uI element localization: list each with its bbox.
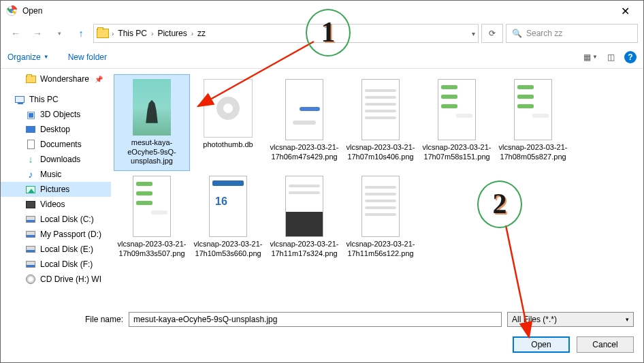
file-label: vlcsnap-2023-03-21-17h09m33s507.png	[116, 240, 188, 259]
new-folder-button[interactable]: New folder	[68, 52, 107, 62]
toolbar: Organize ▼ New folder ▦ ▼ ◫ ?	[1, 46, 643, 69]
file-item[interactable]: vlcsnap-2023-03-21-17h06m47s429.png	[266, 74, 342, 171]
filename-input[interactable]	[129, 312, 502, 327]
cancel-button[interactable]: Cancel	[577, 336, 634, 353]
file-label: mesut-kaya-eOcyhe5-9sQ-unsplash.jpg	[116, 138, 188, 166]
file-label: vlcsnap-2023-03-21-17h11m56s122.png	[344, 240, 417, 259]
sidebar-item-label: My Passport (D:)	[40, 230, 101, 239]
sidebar-item-label: This PC	[29, 95, 59, 104]
down-icon: ↓	[25, 154, 36, 165]
chevron-down-icon[interactable]: ▾	[472, 30, 475, 37]
sidebar-item-cd-drive-h-wi[interactable]: CD Drive (H:) WI	[1, 272, 111, 287]
thumbnail	[133, 79, 171, 136]
close-button[interactable]: ✕	[613, 5, 638, 18]
view-mode-button[interactable]: ▦ ▼	[583, 52, 598, 62]
sidebar-item-music[interactable]: ♪Music	[1, 167, 111, 182]
disk-icon	[25, 244, 36, 255]
thumbnail	[209, 176, 247, 237]
3d-icon: ▣	[25, 109, 36, 120]
search-placeholder: Search zz	[526, 29, 562, 38]
chevron-down-icon: ▼	[592, 54, 598, 60]
thumbnail	[204, 79, 253, 138]
thumbnail	[285, 79, 323, 140]
help-button[interactable]: ?	[624, 51, 637, 63]
file-item[interactable]: vlcsnap-2023-03-21-17h07m58s151.png	[419, 74, 495, 171]
sidebar-item-documents[interactable]: Documents	[1, 137, 111, 152]
sidebar-item-label: Videos	[40, 200, 65, 209]
recent-dropdown[interactable]: ▾	[50, 24, 69, 43]
chrome-icon	[6, 5, 17, 16]
preview-pane-button[interactable]: ◫	[607, 52, 615, 62]
chevron-right-icon: ›	[112, 30, 114, 37]
thumbnail	[438, 79, 476, 140]
file-item[interactable]: vlcsnap-2023-03-21-17h07m10s406.png	[342, 74, 419, 171]
organize-menu[interactable]: Organize ▼	[7, 52, 49, 62]
file-label: photothumb.db	[203, 140, 253, 150]
file-grid[interactable]: mesut-kaya-eOcyhe5-9sQ-unsplash.jpgphoto…	[111, 69, 643, 314]
file-label: vlcsnap-2023-03-21-17h07m10s406.png	[344, 143, 417, 162]
sidebar-item-pictures[interactable]: Pictures	[1, 182, 111, 197]
file-item[interactable]: mesut-kaya-eOcyhe5-9sQ-unsplash.jpg	[114, 74, 190, 171]
sidebar-item-label: Wondershare	[40, 74, 89, 84]
sidebar-item-label: CD Drive (H:) WI	[40, 274, 101, 284]
pc-icon	[14, 94, 25, 105]
nav-bar: ← → ▾ ↑ › This PC › Pictures › zz ▾ ⟳ 🔍 …	[1, 21, 643, 46]
refresh-button[interactable]: ⟳	[481, 24, 503, 43]
file-item[interactable]: vlcsnap-2023-03-21-17h11m56s122.png	[342, 171, 419, 268]
file-item[interactable]: vlcsnap-2023-03-21-17h08m05s827.png	[495, 74, 571, 171]
cd-icon	[25, 274, 36, 285]
sidebar-item-3d-objects[interactable]: ▣3D Objects	[1, 107, 111, 122]
up-button[interactable]: ↑	[71, 24, 91, 43]
sidebar-item-label: Documents	[40, 140, 82, 149]
chevron-right-icon: ›	[191, 30, 193, 37]
sidebar-item-downloads[interactable]: ↓Downloads	[1, 152, 111, 167]
filename-label: File name:	[85, 315, 123, 324]
back-button[interactable]: ←	[6, 24, 25, 43]
sidebar-item-label: Local Disk (E:)	[40, 244, 93, 254]
search-icon: 🔍	[512, 29, 522, 38]
desktop-icon	[25, 124, 36, 135]
sidebar-item-label: Local Disk (C:)	[40, 215, 94, 224]
file-item[interactable]: vlcsnap-2023-03-21-17h09m33s507.png	[114, 171, 190, 268]
doc-icon	[25, 139, 36, 150]
breadcrumb[interactable]: Pictures	[156, 29, 188, 38]
chevron-down-icon: ▼	[44, 54, 49, 60]
sidebar-item-my-passport-d-[interactable]: My Passport (D:)	[1, 227, 111, 242]
open-button[interactable]: Open	[513, 336, 570, 353]
file-label: vlcsnap-2023-03-21-17h11m17s324.png	[268, 240, 340, 259]
sidebar-item-desktop[interactable]: Desktop	[1, 122, 111, 137]
file-item[interactable]: vlcsnap-2023-03-21-17h11m17s324.png	[266, 171, 342, 268]
thumbnail	[361, 176, 400, 237]
thumbnail	[361, 79, 400, 140]
file-type-filter[interactable]: All Files (*.*) ▾	[507, 312, 634, 327]
thumbnail	[514, 79, 552, 140]
chevron-right-icon: ›	[151, 30, 153, 37]
main-area: Wondershare📌This PC▣3D ObjectsDesktopDoc…	[1, 69, 643, 314]
file-item[interactable]: vlcsnap-2023-03-21-17h10m53s660.png	[190, 171, 266, 268]
folder-icon	[97, 29, 109, 38]
sidebar-item-label: Local Disk (F:)	[40, 259, 93, 269]
thumbnail	[133, 176, 171, 237]
sidebar-item-label: Pictures	[40, 185, 69, 194]
pin-icon: 📌	[95, 76, 103, 83]
sidebar-item-local-disk-c-[interactable]: Local Disk (C:)	[1, 212, 111, 227]
sidebar-item-videos[interactable]: Videos	[1, 197, 111, 212]
sidebar-item-label: 3D Objects	[40, 110, 80, 119]
search-input[interactable]: 🔍 Search zz	[506, 24, 638, 43]
pic-icon	[25, 184, 36, 195]
file-item[interactable]: photothumb.db	[190, 74, 266, 171]
sidebar-item-wondershare[interactable]: Wondershare📌	[1, 72, 111, 86]
address-bar[interactable]: › This PC › Pictures › zz ▾	[93, 24, 479, 43]
file-label: vlcsnap-2023-03-21-17h07m58s151.png	[421, 143, 493, 162]
breadcrumb[interactable]: This PC	[116, 29, 148, 38]
file-label: vlcsnap-2023-03-21-17h08m05s827.png	[497, 143, 569, 162]
music-icon: ♪	[25, 169, 36, 180]
disk-icon	[25, 229, 36, 240]
breadcrumb[interactable]: zz	[196, 29, 207, 38]
sidebar-item-local-disk-e-[interactable]: Local Disk (E:)	[1, 242, 111, 257]
title-bar: Open ✕	[1, 1, 643, 21]
sidebar-item-label: Downloads	[40, 155, 80, 164]
sidebar-item-this-pc[interactable]: This PC	[1, 92, 111, 107]
vid-icon	[25, 199, 36, 210]
sidebar-item-local-disk-f-[interactable]: Local Disk (F:)	[1, 257, 111, 272]
